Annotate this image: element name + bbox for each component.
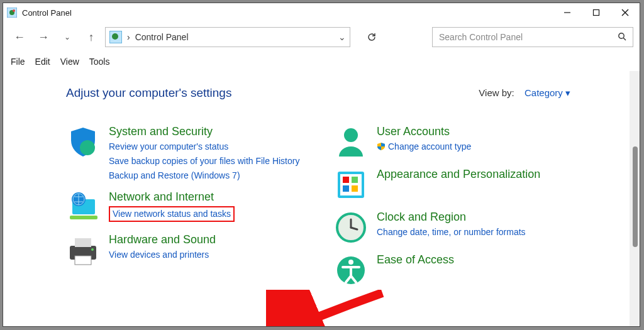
user-accounts-title[interactable]: User Accounts [377, 125, 471, 138]
link-file-history[interactable]: Save backup copies of your files with Fi… [109, 155, 299, 167]
category-hardware-sound: Hardware and Sound View devices and prin… [66, 233, 318, 267]
hardware-sound-title[interactable]: Hardware and Sound [109, 233, 216, 246]
svg-rect-20 [343, 177, 349, 183]
view-by-value: Category [525, 87, 563, 98]
refresh-button[interactable] [360, 27, 383, 47]
address-bar[interactable]: › Control Panel ⌄ [105, 27, 350, 47]
scrollbar-thumb[interactable] [633, 146, 638, 247]
link-network-status[interactable]: View network status and tasks [113, 209, 231, 219]
back-button[interactable]: ← [9, 27, 30, 47]
appearance-icon [334, 168, 368, 202]
content: Adjust your computer's settings View by:… [3, 71, 640, 326]
clock-icon [334, 211, 368, 245]
link-change-account-type-label: Change account type [388, 141, 471, 151]
recent-locations-button[interactable]: ⌄ [57, 27, 77, 47]
network-internet-title[interactable]: Network and Internet [109, 190, 235, 204]
user-icon [334, 125, 368, 159]
category-network-internet: Network and Internet View network status… [66, 190, 318, 224]
link-date-time-formats[interactable]: Change date, time, or number formats [377, 226, 526, 238]
uac-shield-icon [377, 142, 386, 151]
menubar: File Edit View Tools [3, 52, 640, 71]
menu-edit[interactable]: Edit [35, 57, 50, 67]
up-button[interactable]: ↑ [81, 27, 101, 47]
link-review-status[interactable]: Review your computer's status [109, 141, 299, 153]
control-panel-window: Control Panel ← → ⌄ ↑ › Control Panel ⌄ [3, 3, 640, 327]
svg-line-8 [623, 38, 626, 40]
link-devices-printers[interactable]: View devices and printers [109, 249, 216, 261]
svg-point-9 [80, 140, 95, 155]
view-by-dropdown[interactable]: Category ▾ [525, 87, 570, 98]
category-user-accounts: User Accounts Change account type [334, 125, 586, 159]
forward-button[interactable]: → [33, 27, 53, 47]
menu-file[interactable]: File [11, 57, 25, 67]
svg-point-16 [91, 248, 94, 251]
toolbar: ← → ⌄ ↑ › Control Panel ⌄ Search Control… [3, 22, 640, 52]
svg-rect-11 [70, 216, 97, 219]
svg-rect-15 [75, 256, 91, 265]
breadcrumb[interactable]: Control Panel [135, 32, 189, 42]
svg-rect-21 [352, 177, 358, 183]
svg-point-7 [619, 33, 624, 38]
link-change-account-type[interactable]: Change account type [377, 141, 471, 153]
category-appearance: Appearance and Personalization [334, 168, 586, 202]
appearance-title[interactable]: Appearance and Personalization [377, 168, 540, 181]
svg-rect-22 [343, 185, 349, 192]
highlight-annotation: View network status and tasks [109, 206, 235, 222]
annotation-arrow [266, 290, 386, 326]
svg-rect-14 [75, 238, 91, 247]
maximize-button[interactable] [582, 3, 611, 22]
svg-point-17 [344, 128, 358, 142]
search-input[interactable]: Search Control Panel [432, 27, 633, 47]
category-system-security: System and Security Review your computer… [66, 125, 318, 182]
clock-region-title[interactable]: Clock and Region [377, 211, 526, 224]
window-buttons [553, 3, 640, 22]
ease-of-access-icon [334, 253, 368, 287]
minimize-button[interactable] [553, 3, 582, 22]
window-title: Control Panel [22, 8, 72, 18]
category-clock-region: Clock and Region Change date, time, or n… [334, 211, 586, 245]
close-button[interactable] [611, 3, 640, 22]
link-backup-restore[interactable]: Backup and Restore (Windows 7) [109, 170, 299, 182]
svg-rect-23 [352, 185, 358, 192]
category-ease-of-access: Ease of Access [334, 253, 586, 287]
shield-icon [66, 125, 100, 159]
breadcrumb-sep: › [127, 32, 130, 42]
view-by-label: View by: [479, 87, 514, 98]
menu-tools[interactable]: Tools [89, 57, 110, 67]
right-column: User Accounts Change account type [334, 125, 586, 287]
chevron-down-icon[interactable]: ⌄ [338, 32, 346, 42]
scrollbar[interactable] [630, 71, 640, 326]
svg-rect-4 [594, 10, 599, 16]
titlebar: Control Panel [3, 3, 640, 22]
view-by: View by: Category ▾ [479, 87, 570, 99]
refresh-icon [367, 32, 377, 42]
svg-point-28 [348, 260, 353, 265]
system-security-title[interactable]: System and Security [109, 125, 299, 138]
search-placeholder: Search Control Panel [439, 32, 523, 42]
left-column: System and Security Review your computer… [66, 125, 318, 287]
control-panel-mini-icon [109, 31, 122, 43]
ease-of-access-title[interactable]: Ease of Access [377, 253, 454, 267]
network-icon [66, 190, 100, 224]
search-icon[interactable] [618, 32, 626, 43]
menu-view[interactable]: View [60, 57, 79, 67]
printer-icon [66, 233, 100, 267]
svg-point-2 [13, 9, 15, 12]
control-panel-icon [7, 8, 17, 18]
